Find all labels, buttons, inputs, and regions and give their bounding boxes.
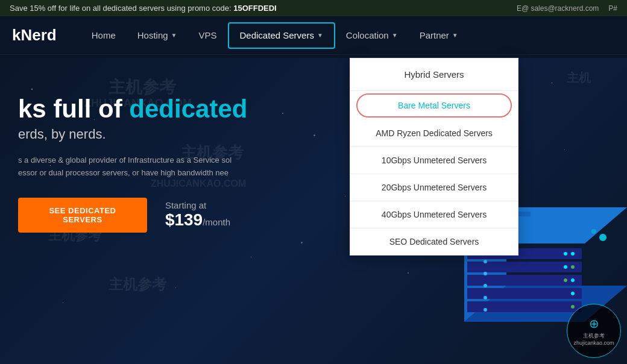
- dropdown-item-amd-ryzen[interactable]: AMD Ryzen Dedicated Servers: [350, 120, 518, 147]
- chevron-down-icon: ▼: [452, 32, 458, 39]
- hero-heading-line1: ks full of dedicated: [18, 94, 265, 124]
- svg-point-23: [484, 272, 487, 275]
- svg-point-14: [571, 292, 575, 295]
- price-suffix: /month: [203, 217, 230, 227]
- dedicated-servers-dropdown: Hybrid Servers Bare Metal Servers AMD Ry…: [350, 58, 518, 256]
- svg-point-15: [571, 305, 575, 309]
- dropdown-item-bare-metal[interactable]: Bare Metal Servers: [356, 93, 512, 118]
- see-dedicated-servers-button[interactable]: SEE DEDICATED SERVERS: [18, 198, 147, 233]
- dropdown-item-hybrid[interactable]: Hybrid Servers: [350, 58, 518, 91]
- dropdown-item-20gbps[interactable]: 20Gbps Unmetered Servers: [350, 174, 518, 201]
- logo[interactable]: kNerd: [12, 26, 57, 45]
- hero-description: s a diverse & global provider of Infrast…: [18, 154, 265, 180]
- badge-text: 主机参考zhujicankao.com: [573, 332, 614, 346]
- nav-partner[interactable]: Partner ▼: [409, 16, 469, 55]
- phone-label: P#: [608, 4, 617, 13]
- promo-text: Save 15% off for life on all dedicated s…: [10, 4, 277, 13]
- dropdown-item-40gbps[interactable]: 40Gbps Unmetered Servers: [350, 201, 518, 228]
- pricing-prefix: Starting at: [165, 200, 206, 210]
- nav-dedicated-servers[interactable]: Dedicated Servers ▼: [228, 22, 335, 49]
- svg-point-24: [484, 284, 487, 287]
- svg-point-22: [484, 260, 487, 263]
- svg-point-13: [564, 278, 567, 282]
- top-banner: Save 15% off for life on all dedicated s…: [0, 0, 627, 16]
- svg-point-10: [571, 265, 575, 269]
- hero-content: ks full of dedicated erds, by nerds. s a…: [18, 94, 265, 233]
- hero-section: 主机参考 ZHUJICANKAO.COM 主机参考 ZHUJICANKAO.CO…: [0, 58, 627, 364]
- hero-desc-line1: s a diverse & global provider of Infrast…: [18, 154, 265, 167]
- email-label: E@ sales@racknerd.com: [517, 4, 599, 13]
- pricing-text: Starting at $139/month: [165, 200, 265, 230]
- svg-point-12: [571, 278, 575, 282]
- nav-home[interactable]: Home: [81, 16, 127, 55]
- navbar: kNerd Home Hosting ▼ VPS Dedicated Serve…: [0, 16, 627, 55]
- badge-icon: ⊕: [589, 316, 599, 331]
- dropdown-item-10gbps[interactable]: 10Gbps Unmetered Servers: [350, 147, 518, 174]
- chevron-down-icon: ▼: [171, 32, 177, 39]
- svg-point-9: [564, 252, 567, 256]
- corner-watermark-badge: ⊕ 主机参考zhujicankao.com: [567, 304, 621, 358]
- svg-point-11: [564, 265, 567, 269]
- dropdown-item-seo[interactable]: SEO Dedicated Servers: [350, 228, 518, 255]
- svg-point-20: [599, 234, 607, 241]
- hero-cta: SEE DEDICATED SERVERS Starting at $139/m…: [18, 198, 265, 233]
- svg-point-25: [484, 296, 487, 300]
- chevron-down-icon: ▼: [392, 32, 398, 39]
- nav-hosting[interactable]: Hosting ▼: [127, 16, 188, 55]
- svg-point-8: [571, 252, 575, 256]
- promo-code: 15OFFDEDI: [233, 4, 277, 13]
- hero-subheading: erds, by nerds.: [18, 127, 265, 142]
- chevron-down-icon: ▼: [317, 32, 323, 39]
- svg-point-21: [591, 229, 596, 234]
- promo-message: Save 15% off for life on all dedicated s…: [10, 4, 232, 13]
- svg-point-26: [484, 308, 487, 312]
- hero-heading: ks full of dedicated: [18, 94, 265, 124]
- hero-desc-line2: essor or dual processor servers, or have…: [18, 167, 265, 180]
- contact-info: E@ sales@racknerd.com P#: [517, 4, 617, 13]
- nav-items: Home Hosting ▼ VPS Dedicated Servers ▼ C…: [81, 16, 615, 55]
- nav-colocation[interactable]: Colocation ▼: [335, 16, 409, 55]
- nav-vps[interactable]: VPS: [188, 16, 228, 55]
- price-value: $139: [165, 210, 203, 229]
